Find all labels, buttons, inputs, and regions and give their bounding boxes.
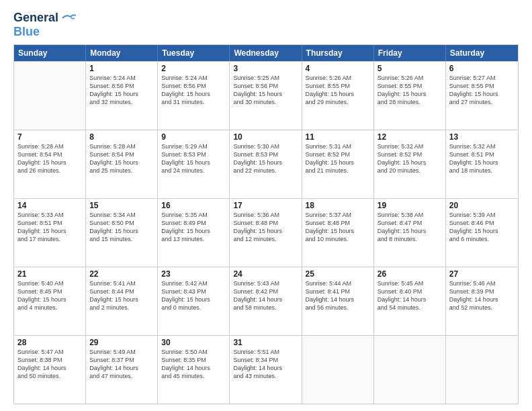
calendar-row-1: 1Sunrise: 5:24 AM Sunset: 8:56 PM Daylig… [14,61,518,130]
day-info: Sunrise: 5:51 AM Sunset: 8:34 PM Dayligh… [233,348,298,381]
calendar-cell: 23Sunrise: 5:42 AM Sunset: 8:43 PM Dayli… [158,267,230,335]
day-info: Sunrise: 5:47 AM Sunset: 8:38 PM Dayligh… [17,348,82,381]
day-info: Sunrise: 5:31 AM Sunset: 8:52 PM Dayligh… [306,142,370,175]
day-info: Sunrise: 5:32 AM Sunset: 8:52 PM Dayligh… [378,142,442,175]
calendar-cell: 10Sunrise: 5:30 AM Sunset: 8:53 PM Dayli… [230,130,302,198]
day-info: Sunrise: 5:45 AM Sunset: 8:40 PM Dayligh… [378,279,442,312]
logo-blue: Blue [13,25,40,38]
calendar-cell: 17Sunrise: 5:36 AM Sunset: 8:48 PM Dayli… [230,199,302,267]
calendar-cell [446,336,518,404]
day-number: 21 [17,269,82,279]
day-number: 10 [233,132,298,142]
calendar-cell: 16Sunrise: 5:35 AM Sunset: 8:49 PM Dayli… [158,199,230,267]
calendar-cell: 26Sunrise: 5:45 AM Sunset: 8:40 PM Dayli… [374,267,446,335]
calendar-row-2: 7Sunrise: 5:28 AM Sunset: 8:54 PM Daylig… [14,130,518,198]
calendar-row-3: 14Sunrise: 5:33 AM Sunset: 8:51 PM Dayli… [14,198,518,267]
day-info: Sunrise: 5:50 AM Sunset: 8:35 PM Dayligh… [161,348,226,381]
header-day-sunday: Sunday [14,45,86,61]
day-number: 8 [89,132,154,142]
header-day-tuesday: Tuesday [158,45,230,61]
day-number: 12 [378,132,442,142]
calendar-cell: 14Sunrise: 5:33 AM Sunset: 8:51 PM Dayli… [14,199,86,267]
calendar-cell: 21Sunrise: 5:40 AM Sunset: 8:45 PM Dayli… [14,267,86,335]
day-number: 7 [17,132,82,142]
day-number: 31 [233,338,298,347]
calendar-row-5: 28Sunrise: 5:47 AM Sunset: 8:38 PM Dayli… [14,335,518,404]
day-info: Sunrise: 5:44 AM Sunset: 8:41 PM Dayligh… [306,279,370,312]
header-day-wednesday: Wednesday [230,45,302,61]
logo-bird-icon [61,13,76,24]
calendar-cell: 1Sunrise: 5:24 AM Sunset: 8:56 PM Daylig… [86,62,158,130]
day-number: 23 [161,269,226,279]
header-day-thursday: Thursday [302,45,374,61]
day-number: 30 [161,338,226,347]
calendar-cell: 6Sunrise: 5:27 AM Sunset: 8:55 PM Daylig… [446,62,518,130]
day-info: Sunrise: 5:26 AM Sunset: 8:55 PM Dayligh… [306,74,370,107]
day-info: Sunrise: 5:32 AM Sunset: 8:51 PM Dayligh… [449,142,515,175]
day-info: Sunrise: 5:41 AM Sunset: 8:44 PM Dayligh… [89,279,154,312]
header-day-monday: Monday [86,45,158,61]
calendar-row-4: 21Sunrise: 5:40 AM Sunset: 8:45 PM Dayli… [14,267,518,335]
day-info: Sunrise: 5:25 AM Sunset: 8:56 PM Dayligh… [233,74,298,107]
day-number: 18 [306,201,370,210]
day-info: Sunrise: 5:28 AM Sunset: 8:54 PM Dayligh… [89,142,154,175]
day-number: 15 [89,201,154,210]
calendar-cell: 22Sunrise: 5:41 AM Sunset: 8:44 PM Dayli… [86,267,158,335]
day-number: 9 [161,132,226,142]
day-info: Sunrise: 5:37 AM Sunset: 8:48 PM Dayligh… [306,211,370,244]
logo: General Blue [13,11,76,39]
day-number: 4 [306,64,370,73]
day-info: Sunrise: 5:29 AM Sunset: 8:53 PM Dayligh… [161,142,226,175]
calendar-cell: 20Sunrise: 5:39 AM Sunset: 8:46 PM Dayli… [446,199,518,267]
day-number: 16 [161,201,226,210]
day-number: 13 [449,132,515,142]
day-info: Sunrise: 5:42 AM Sunset: 8:43 PM Dayligh… [161,279,226,312]
day-number: 5 [378,64,442,73]
calendar-body: 1Sunrise: 5:24 AM Sunset: 8:56 PM Daylig… [14,61,518,404]
calendar-cell: 2Sunrise: 5:24 AM Sunset: 8:56 PM Daylig… [158,62,230,130]
logo-general: General [13,11,58,25]
calendar-cell: 18Sunrise: 5:37 AM Sunset: 8:48 PM Dayli… [302,199,374,267]
day-info: Sunrise: 5:39 AM Sunset: 8:46 PM Dayligh… [449,211,515,244]
calendar-cell: 3Sunrise: 5:25 AM Sunset: 8:56 PM Daylig… [230,62,302,130]
day-info: Sunrise: 5:24 AM Sunset: 8:56 PM Dayligh… [161,74,226,107]
calendar-cell: 12Sunrise: 5:32 AM Sunset: 8:52 PM Dayli… [374,130,446,198]
calendar-cell: 13Sunrise: 5:32 AM Sunset: 8:51 PM Dayli… [446,130,518,198]
day-info: Sunrise: 5:28 AM Sunset: 8:54 PM Dayligh… [17,142,82,175]
calendar-cell [14,62,86,130]
day-number: 11 [306,132,370,142]
day-number: 29 [89,338,154,347]
day-number: 2 [161,64,226,73]
day-info: Sunrise: 5:49 AM Sunset: 8:37 PM Dayligh… [89,348,154,381]
calendar: SundayMondayTuesdayWednesdayThursdayFrid… [13,44,519,404]
calendar-cell: 29Sunrise: 5:49 AM Sunset: 8:37 PM Dayli… [86,336,158,404]
calendar-cell: 11Sunrise: 5:31 AM Sunset: 8:52 PM Dayli… [302,130,374,198]
day-info: Sunrise: 5:36 AM Sunset: 8:48 PM Dayligh… [233,211,298,244]
calendar-cell: 9Sunrise: 5:29 AM Sunset: 8:53 PM Daylig… [158,130,230,198]
day-info: Sunrise: 5:30 AM Sunset: 8:53 PM Dayligh… [233,142,298,175]
page: General Blue SundayMondayTuesdayWednesda… [0,0,532,411]
calendar-cell: 19Sunrise: 5:38 AM Sunset: 8:47 PM Dayli… [374,199,446,267]
day-number: 28 [17,338,82,347]
calendar-cell: 15Sunrise: 5:34 AM Sunset: 8:50 PM Dayli… [86,199,158,267]
calendar-header: SundayMondayTuesdayWednesdayThursdayFrid… [14,45,518,61]
calendar-cell: 28Sunrise: 5:47 AM Sunset: 8:38 PM Dayli… [14,336,86,404]
day-info: Sunrise: 5:46 AM Sunset: 8:39 PM Dayligh… [449,279,515,312]
day-info: Sunrise: 5:26 AM Sunset: 8:55 PM Dayligh… [378,74,442,107]
day-number: 3 [233,64,298,73]
calendar-cell: 4Sunrise: 5:26 AM Sunset: 8:55 PM Daylig… [302,62,374,130]
day-number: 27 [449,269,515,279]
day-info: Sunrise: 5:40 AM Sunset: 8:45 PM Dayligh… [17,279,82,312]
calendar-cell: 24Sunrise: 5:43 AM Sunset: 8:42 PM Dayli… [230,267,302,335]
day-info: Sunrise: 5:33 AM Sunset: 8:51 PM Dayligh… [17,211,82,244]
calendar-cell: 31Sunrise: 5:51 AM Sunset: 8:34 PM Dayli… [230,336,302,404]
day-number: 22 [89,269,154,279]
day-info: Sunrise: 5:38 AM Sunset: 8:47 PM Dayligh… [378,211,442,244]
day-info: Sunrise: 5:24 AM Sunset: 8:56 PM Dayligh… [89,74,154,107]
day-number: 6 [449,64,515,73]
day-number: 1 [89,64,154,73]
calendar-cell [374,336,446,404]
day-info: Sunrise: 5:35 AM Sunset: 8:49 PM Dayligh… [161,211,226,244]
calendar-cell: 8Sunrise: 5:28 AM Sunset: 8:54 PM Daylig… [86,130,158,198]
day-number: 24 [233,269,298,279]
